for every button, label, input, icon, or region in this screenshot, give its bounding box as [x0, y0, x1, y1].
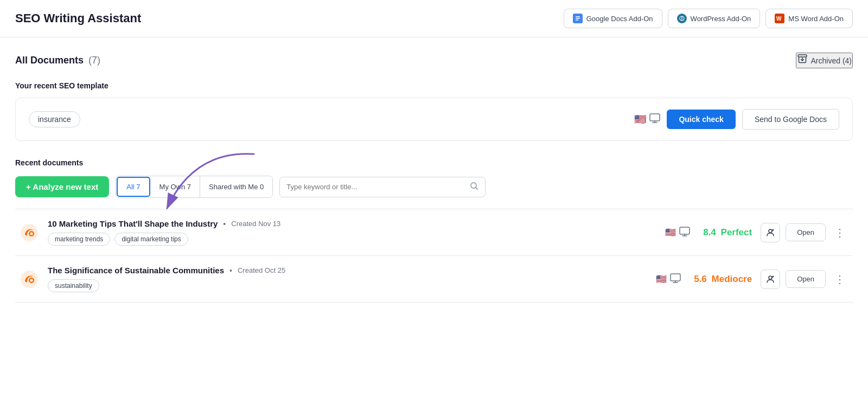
docs-header-row: All Documents (7) Archived (4): [15, 53, 853, 68]
filter-myown-count: 7: [187, 183, 191, 191]
share-button[interactable]: [761, 223, 780, 242]
open-button[interactable]: Open: [786, 270, 826, 288]
svg-point-23: [769, 276, 772, 279]
docs-count: (7): [88, 55, 100, 66]
svg-rect-9: [798, 55, 807, 57]
svg-rect-2: [576, 18, 580, 19]
table-row: 10 Marketing Tips That'll Shape the Indu…: [15, 209, 853, 256]
svg-text:W: W: [776, 16, 782, 22]
filter-myown-label: My Own: [159, 183, 187, 191]
more-options-button[interactable]: ⋮: [831, 271, 848, 288]
archived-button[interactable]: Archived (4): [796, 53, 853, 68]
doc-title-row: 10 Marketing Tips That'll Shape the Indu…: [48, 219, 656, 228]
doc-meta: 🇺🇸 5.6 Mediocre: [656, 273, 752, 285]
doc-actions: Open ⋮: [761, 270, 848, 289]
more-options-button[interactable]: ⋮: [831, 224, 848, 241]
doc-title: The Significance of Sustainable Communit…: [48, 266, 224, 275]
filter-tab-shared[interactable]: Shared with Me 0: [200, 176, 272, 197]
send-to-docs-button[interactable]: Send to Google Docs: [742, 109, 839, 130]
filter-tab-myown[interactable]: My Own 7: [151, 176, 201, 197]
list-item: marketing trends: [48, 233, 110, 246]
main-content: All Documents (7) Archived (4) Your rece…: [0, 37, 868, 303]
svg-rect-1: [576, 16, 580, 17]
share-button[interactable]: [761, 270, 780, 289]
doc-info: 10 Marketing Tips That'll Shape the Indu…: [48, 219, 656, 246]
template-keyword: insurance: [29, 111, 80, 127]
doc-created-date: Created Oct 25: [238, 266, 285, 274]
msword-addon-button[interactable]: W MS Word Add-On: [765, 9, 853, 28]
wordpress-addon-label: WordPress Add-On: [691, 15, 751, 23]
filter-tab-all[interactable]: All 7: [117, 177, 150, 197]
filter-all-count: 7: [136, 183, 140, 191]
filter-all-label: All: [126, 183, 136, 191]
document-list: 10 Marketing Tips That'll Shape the Indu…: [15, 209, 853, 303]
wordpress-addon-button[interactable]: WordPress Add-On: [668, 9, 761, 28]
search-icon: [470, 182, 478, 193]
search-input[interactable]: [286, 183, 465, 191]
score-value: 8.4: [703, 227, 716, 238]
template-card: insurance 🇺🇸 Quick check Send to Google …: [15, 98, 853, 141]
svg-point-17: [769, 229, 772, 233]
doc-flag-monitor: 🇺🇸: [665, 227, 690, 239]
svg-point-15: [30, 232, 33, 235]
flag-monitor-group: 🇺🇸: [634, 113, 660, 125]
svg-point-21: [30, 279, 33, 281]
filter-shared-label: Shared with Me: [209, 183, 260, 191]
doc-tags: sustainability: [48, 279, 647, 292]
open-button[interactable]: Open: [786, 223, 826, 241]
doc-created-date: Created Nov 13: [231, 220, 280, 228]
svg-rect-22: [671, 274, 680, 281]
archived-icon: [797, 54, 808, 67]
doc-score: 5.6 Mediocre: [694, 274, 752, 285]
list-item: sustainability: [48, 279, 99, 292]
msword-icon: W: [775, 14, 784, 23]
svg-rect-16: [680, 227, 690, 234]
doc-title-row: The Significance of Sustainable Communit…: [48, 266, 647, 275]
doc-us-flag: 🇺🇸: [665, 227, 676, 238]
archived-label: Archived (4): [811, 56, 852, 65]
gdocs-addon-button[interactable]: Google Docs Add-On: [564, 9, 662, 28]
docs-title: All Documents (7): [15, 55, 100, 66]
seo-template-section-label: Your recent SEO template: [15, 81, 853, 90]
app-title: SEO Writing Assistant: [15, 11, 141, 25]
recent-docs-section-label: Recent documents: [15, 158, 853, 167]
msword-addon-label: MS Word Add-On: [788, 15, 844, 23]
doc-flag-monitor: 🇺🇸: [656, 273, 681, 285]
doc-title: 10 Marketing Tips That'll Shape the Indu…: [48, 219, 218, 228]
toolbar-row: + Analyze new text All 7 My Own 7: [15, 176, 853, 198]
template-actions: 🇺🇸 Quick check Send to Google Docs: [634, 109, 839, 130]
addon-buttons: Google Docs Add-On WordPress Add-On W: [564, 9, 853, 28]
doc-monitor-icon: [679, 227, 690, 239]
doc-score: 8.4 Perfect: [703, 227, 752, 238]
semrush-logo-icon: [20, 223, 39, 242]
filter-shared-count: 0: [260, 183, 264, 191]
gdocs-icon: [573, 14, 583, 23]
doc-monitor-icon: [670, 273, 681, 285]
doc-meta: 🇺🇸 8.4 Perfect: [665, 227, 752, 239]
quick-check-button[interactable]: Quick check: [667, 110, 736, 129]
doc-tags: marketing trends digital marketing tips: [48, 233, 656, 246]
table-row: The Significance of Sustainable Communit…: [15, 256, 853, 303]
semrush-logo-icon: [20, 270, 39, 289]
analyze-new-text-button[interactable]: + Analyze new text: [15, 176, 109, 197]
list-item: digital marketing tips: [114, 233, 188, 246]
doc-us-flag: 🇺🇸: [656, 274, 667, 284]
doc-info: The Significance of Sustainable Communit…: [48, 266, 647, 292]
wordpress-icon: [677, 14, 687, 23]
filter-tabs: All 7 My Own 7 Shared with Me 0: [116, 176, 273, 198]
gdocs-addon-label: Google Docs Add-On: [586, 15, 653, 23]
header: SEO Writing Assistant Google Docs Add-On: [0, 0, 868, 37]
svg-rect-10: [650, 114, 660, 121]
score-label: Mediocre: [712, 274, 752, 284]
svg-rect-3: [576, 20, 578, 21]
doc-actions: Open ⋮: [761, 223, 848, 242]
score-label: Perfect: [721, 227, 752, 238]
monitor-icon: [649, 113, 660, 125]
score-value: 5.6: [694, 274, 707, 284]
docs-title-group: All Documents (7): [15, 55, 100, 66]
search-box: [279, 177, 486, 197]
us-flag-icon: 🇺🇸: [634, 113, 646, 125]
